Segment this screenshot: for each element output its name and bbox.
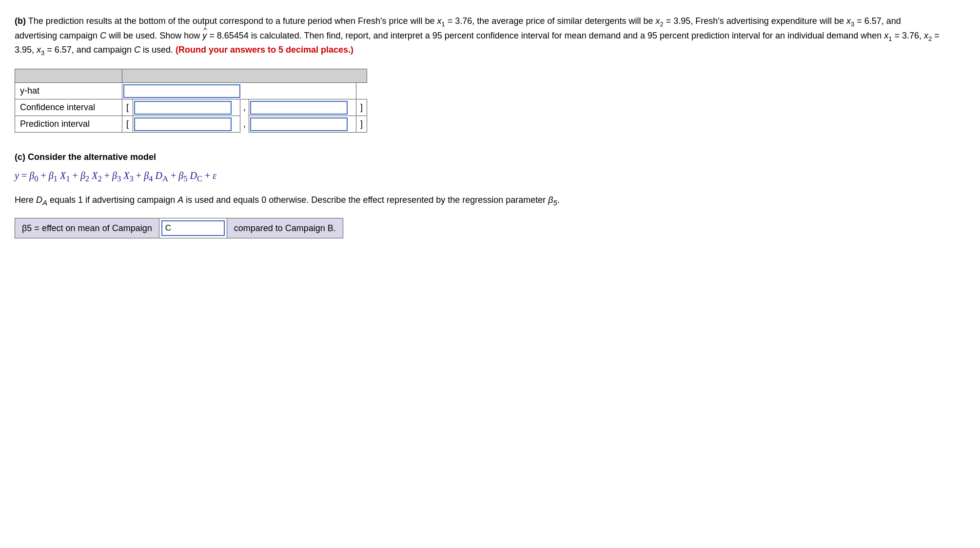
x2-var: x — [656, 16, 660, 26]
ci-open-bracket: [ — [122, 99, 133, 116]
beta-input[interactable] — [161, 220, 225, 236]
beta-row: β5 = effect on mean of Campaign compared… — [15, 218, 343, 238]
header-input-col — [122, 69, 367, 83]
yhat-symbol: y — [202, 29, 207, 43]
pi-open-bracket: [ — [122, 116, 133, 133]
campaign-c-2: C — [134, 45, 140, 55]
pi-row: Prediction interval [ , ] — [15, 116, 367, 133]
ci-left-input-cell[interactable] — [133, 99, 240, 116]
ci-right-input-cell[interactable] — [249, 99, 356, 116]
equation: y = β0 + β1 X1 + β2 X2 + β3 X3 + β4 DA +… — [15, 170, 965, 184]
campaign-a: A — [177, 195, 183, 205]
part-c-label: (c) Consider the alternative model — [15, 152, 965, 162]
beta5-text: β5 — [548, 195, 557, 205]
x3-var: x — [846, 16, 851, 26]
ci-label: Confidence interval — [15, 99, 122, 116]
beta-input-cell[interactable] — [159, 218, 227, 238]
header-label-col — [15, 69, 122, 83]
x1-var: x — [437, 16, 442, 26]
yhat-row: y-hat — [15, 83, 367, 99]
yhat-input[interactable] — [123, 84, 240, 98]
beta-right-label: compared to Campaign B. — [227, 218, 343, 238]
part-b-bold: (b) — [15, 16, 26, 26]
yhat-label: y-hat — [15, 83, 122, 99]
part-b-section: (b) The prediction results at the bottom… — [15, 15, 965, 133]
x1-var-2: x — [884, 31, 888, 40]
beta-left-label: β5 = effect on mean of Campaign — [15, 218, 159, 238]
problem-text: (b) The prediction results at the bottom… — [15, 15, 941, 58]
campaign-c-1: C — [100, 31, 106, 40]
yhat-input-cell[interactable] — [122, 83, 356, 99]
ci-right-input[interactable] — [250, 101, 348, 115]
pi-label: Prediction interval — [15, 116, 122, 133]
round-instruction: (Round your answers to 5 decimal places.… — [176, 45, 353, 55]
pi-close-bracket: ] — [356, 116, 367, 133]
x3-var-2: x — [37, 45, 41, 55]
pi-right-input-cell[interactable] — [249, 116, 356, 133]
pi-right-input[interactable] — [250, 117, 348, 131]
answer-table: y-hat Confidence interval [ , ] Predicti… — [15, 69, 367, 133]
ci-row: Confidence interval [ , ] — [15, 99, 367, 116]
pi-left-input-cell[interactable] — [133, 116, 240, 133]
da-text: DA — [36, 195, 47, 205]
description-text: Here DA equals 1 if advertising campaign… — [15, 194, 648, 208]
ci-comma: , — [240, 99, 249, 116]
ci-close-bracket: ] — [356, 99, 367, 116]
x2-var-2: x — [924, 31, 928, 40]
beta-table: β5 = effect on mean of Campaign compared… — [15, 218, 343, 238]
pi-comma: , — [240, 116, 249, 133]
part-c-section: (c) Consider the alternative model y = β… — [15, 152, 965, 238]
table-header-row — [15, 69, 367, 83]
pi-left-input[interactable] — [134, 117, 232, 131]
ci-left-input[interactable] — [134, 101, 232, 115]
